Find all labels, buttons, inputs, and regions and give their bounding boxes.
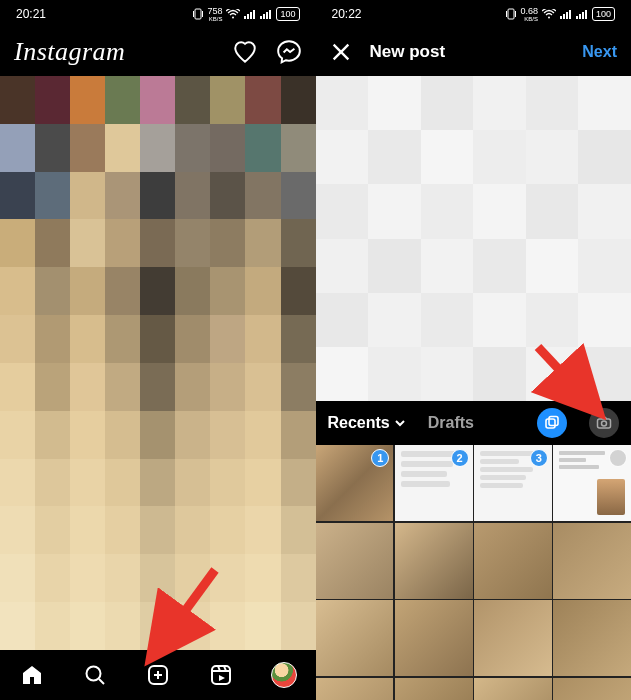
battery-indicator: 100 bbox=[276, 7, 299, 21]
gallery-thumb[interactable] bbox=[316, 523, 394, 599]
nav-create-icon[interactable] bbox=[145, 662, 171, 688]
svg-rect-11 bbox=[269, 10, 271, 19]
next-button[interactable]: Next bbox=[582, 43, 617, 61]
gallery-thumb[interactable] bbox=[553, 445, 631, 521]
newpost-header: New post Next bbox=[316, 28, 632, 76]
svg-rect-30 bbox=[576, 16, 578, 19]
battery-indicator: 100 bbox=[592, 7, 615, 21]
svg-rect-7 bbox=[253, 10, 255, 19]
vibrate-icon bbox=[193, 8, 203, 20]
gallery-grid: 1 2 3 bbox=[316, 445, 632, 700]
svg-rect-9 bbox=[263, 14, 265, 19]
signal-icon-2 bbox=[260, 9, 272, 19]
svg-point-39 bbox=[602, 421, 607, 426]
camera-icon bbox=[596, 415, 612, 431]
messenger-icon[interactable] bbox=[276, 39, 302, 65]
gallery-thumb[interactable] bbox=[395, 523, 473, 599]
status-indicators: 758KB/S 100 bbox=[193, 7, 299, 22]
status-bar: 20:22 0.68KB/S 100 bbox=[316, 0, 632, 28]
gallery-source-dropdown[interactable]: Recents bbox=[328, 414, 406, 432]
selection-badge: 3 bbox=[530, 449, 548, 467]
svg-rect-37 bbox=[549, 417, 558, 426]
selected-media-preview[interactable] bbox=[316, 76, 632, 401]
bottom-nav bbox=[0, 650, 316, 700]
status-data-rate: 0.68 bbox=[520, 7, 538, 16]
newpost-title: New post bbox=[370, 42, 565, 62]
svg-rect-17 bbox=[212, 666, 230, 684]
svg-rect-33 bbox=[585, 10, 587, 19]
status-data-unit: KB/S bbox=[520, 16, 538, 22]
svg-point-25 bbox=[548, 17, 550, 19]
feed-content-blurred[interactable] bbox=[0, 76, 316, 650]
select-multiple-button[interactable] bbox=[537, 408, 567, 438]
gallery-thumb[interactable] bbox=[395, 600, 473, 676]
phone-feed-screen: 20:21 758KB/S 100 Instagram bbox=[0, 0, 316, 700]
svg-rect-29 bbox=[569, 10, 571, 19]
svg-rect-31 bbox=[579, 14, 581, 19]
camera-button[interactable] bbox=[589, 408, 619, 438]
status-indicators: 0.68KB/S 100 bbox=[506, 7, 615, 22]
svg-rect-10 bbox=[266, 12, 268, 19]
activity-heart-icon[interactable] bbox=[232, 39, 258, 65]
svg-rect-5 bbox=[247, 14, 249, 19]
status-time: 20:21 bbox=[16, 7, 46, 21]
status-data-rate: 758 bbox=[207, 7, 222, 16]
svg-line-13 bbox=[99, 679, 104, 684]
gallery-thumb[interactable] bbox=[553, 678, 631, 701]
signal-icon-1 bbox=[244, 9, 256, 19]
app-header: Instagram bbox=[0, 28, 316, 76]
instagram-logo[interactable]: Instagram bbox=[14, 37, 125, 67]
gallery-thumb[interactable] bbox=[395, 678, 473, 701]
svg-rect-32 bbox=[582, 12, 584, 19]
gallery-thumb[interactable] bbox=[553, 600, 631, 676]
gallery-source-label: Recents bbox=[328, 414, 390, 432]
status-data-unit: KB/S bbox=[207, 16, 222, 22]
selection-badge: 1 bbox=[371, 449, 389, 467]
svg-rect-0 bbox=[195, 9, 201, 19]
svg-point-3 bbox=[232, 17, 234, 19]
signal-icon-2 bbox=[576, 9, 588, 19]
status-time: 20:22 bbox=[332, 7, 362, 21]
selection-badge: 2 bbox=[451, 449, 469, 467]
selection-circle bbox=[609, 449, 627, 467]
gallery-thumb[interactable] bbox=[474, 678, 552, 701]
svg-rect-26 bbox=[560, 16, 562, 19]
phone-newpost-screen: 20:22 0.68KB/S 100 New post Next bbox=[316, 0, 632, 700]
gallery-thumb[interactable]: 3 bbox=[474, 445, 552, 521]
gallery-picker-bar: Recents Drafts bbox=[316, 401, 632, 445]
nav-profile-avatar[interactable] bbox=[271, 662, 297, 688]
gallery-thumb[interactable] bbox=[316, 600, 394, 676]
vibrate-icon bbox=[506, 8, 516, 20]
signal-icon-1 bbox=[560, 9, 572, 19]
nav-home-icon[interactable] bbox=[19, 662, 45, 688]
nav-search-icon[interactable] bbox=[82, 662, 108, 688]
svg-rect-22 bbox=[508, 9, 514, 19]
drafts-tab[interactable]: Drafts bbox=[428, 414, 474, 432]
nav-reels-icon[interactable] bbox=[208, 662, 234, 688]
svg-rect-36 bbox=[546, 419, 555, 428]
svg-rect-4 bbox=[244, 16, 246, 19]
gallery-thumb[interactable] bbox=[553, 523, 631, 599]
svg-rect-8 bbox=[260, 16, 262, 19]
close-icon[interactable] bbox=[330, 41, 352, 63]
gallery-thumb[interactable] bbox=[474, 600, 552, 676]
gallery-thumb[interactable]: 1 bbox=[316, 445, 394, 521]
svg-point-12 bbox=[86, 667, 100, 681]
svg-rect-27 bbox=[563, 14, 565, 19]
gallery-thumb[interactable]: 2 bbox=[395, 445, 473, 521]
select-multiple-icon bbox=[544, 415, 560, 431]
wifi-icon bbox=[542, 9, 556, 19]
wifi-icon bbox=[226, 9, 240, 19]
gallery-thumb[interactable] bbox=[316, 678, 394, 701]
gallery-thumb[interactable] bbox=[474, 523, 552, 599]
svg-rect-6 bbox=[250, 12, 252, 19]
chevron-down-icon bbox=[394, 417, 406, 429]
status-bar: 20:21 758KB/S 100 bbox=[0, 0, 316, 28]
svg-rect-28 bbox=[566, 12, 568, 19]
